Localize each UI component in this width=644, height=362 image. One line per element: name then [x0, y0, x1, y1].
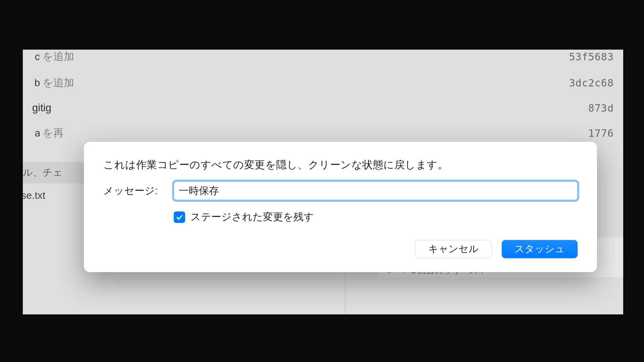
stash-button[interactable]: スタッシュ [502, 240, 578, 258]
message-input[interactable] [174, 181, 578, 200]
keep-staged-label: ステージされた変更を残す [191, 210, 314, 224]
message-label: メッセージ: [103, 184, 174, 198]
stash-dialog: これは作業コピーのすべての変更を隠し、クリーンな状態に戻します。 メッセージ: … [84, 142, 597, 272]
app-viewport: ｃを追加 53f5683 ｂを追加 3dc2c68 gitig 873d ａを再… [23, 50, 623, 314]
dialog-actions: キャンセル スタッシュ [103, 240, 578, 258]
checkmark-icon [175, 213, 183, 221]
keep-staged-row: ステージされた変更を残す [174, 210, 578, 224]
keep-staged-checkbox[interactable] [174, 212, 185, 223]
message-row: メッセージ: [103, 181, 578, 200]
dialog-description: これは作業コピーのすべての変更を隠し、クリーンな状態に戻します。 [103, 158, 578, 172]
cancel-button[interactable]: キャンセル [415, 240, 492, 258]
